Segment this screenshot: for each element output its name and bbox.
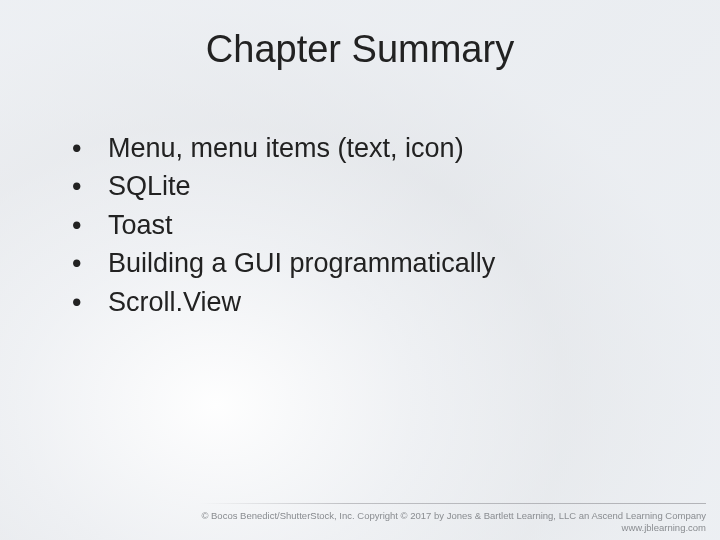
slide: Chapter Summary Menu, menu items (text, … xyxy=(0,0,720,540)
slide-title: Chapter Summary xyxy=(0,28,720,71)
footer-url: www.jblearning.com xyxy=(201,522,706,534)
list-item: Building a GUI programmatically xyxy=(60,245,660,281)
bullet-list: Menu, menu items (text, icon) SQLite Toa… xyxy=(60,130,660,320)
slide-content: Menu, menu items (text, icon) SQLite Toa… xyxy=(60,130,660,322)
list-item: Scroll.View xyxy=(60,284,660,320)
list-item: Menu, menu items (text, icon) xyxy=(60,130,660,166)
slide-footer: © Bocos Benedict/ShutterStock, Inc. Copy… xyxy=(201,510,706,534)
list-item: SQLite xyxy=(60,168,660,204)
footer-copyright: © Bocos Benedict/ShutterStock, Inc. Copy… xyxy=(201,510,706,522)
footer-divider xyxy=(200,503,706,504)
list-item: Toast xyxy=(60,207,660,243)
